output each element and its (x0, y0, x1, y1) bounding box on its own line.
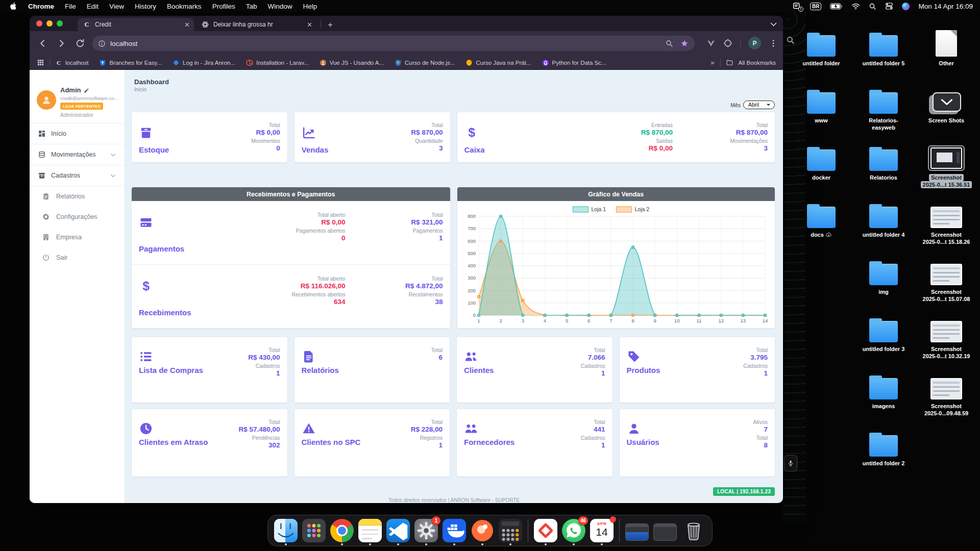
find-in-page-icon[interactable] (665, 39, 673, 47)
menubar-menu-help[interactable]: Help (303, 3, 317, 10)
minimize-window-button[interactable] (46, 20, 53, 27)
desktop-icon-other[interactable]: Other (913, 26, 979, 67)
bookmark-item[interactable]: Vue JS - Usando A... (320, 59, 384, 66)
desktop-icon-screenshot-2025-0-t-15-07-08[interactable]: Screenshot2025-0...t 15.07.08 (913, 255, 979, 303)
dock-item-launchpad[interactable] (302, 519, 326, 542)
desktop-icon-docs[interactable]: docs (788, 197, 854, 238)
bookmark-item[interactable]: Installation - Larav... (246, 59, 309, 66)
minimized-window-thumbnail[interactable] (625, 523, 649, 541)
dock-item-docker[interactable] (443, 519, 466, 542)
address-bar[interactable]: localhost (92, 36, 695, 51)
desktop-icon-relatorios[interactable]: Relatorios (850, 140, 917, 181)
bookmark-item[interactable]: Python for Data Sc... (542, 59, 606, 66)
apple-logo-icon[interactable] (10, 2, 17, 10)
card-usua-rios[interactable]: UsuáriosAtivos7Total8 (620, 409, 775, 477)
desktop-icon-untitled-folder-2[interactable]: untitled folder 2 (850, 426, 917, 467)
legend-swatch[interactable] (616, 207, 631, 212)
menubar-menu-edit[interactable]: Edit (87, 3, 99, 10)
wifi-icon[interactable] (851, 3, 860, 10)
desktop-icon-untitled-folder[interactable]: untitled folder (788, 26, 854, 67)
menubar-menu-tab[interactable]: Tab (246, 3, 257, 10)
minimized-window-thumbnail[interactable] (653, 523, 677, 541)
desktop-icon-untitled-folder-4[interactable]: untitled folder 4 (850, 197, 917, 238)
card-clientes-no-spc[interactable]: Clientes no SPCTotalR$ 228,00Registros1 (295, 409, 450, 477)
card-caixa[interactable]: $CaixaEntradasR$ 870,00SaídasR$ 0,00Tota… (457, 112, 775, 162)
card-fornecedores[interactable]: FornecedoresTotal441Cadastros1 (457, 409, 612, 477)
desktop-icon-img[interactable]: img (850, 255, 917, 295)
menubar-menu-bookmarks[interactable]: Bookmarks (167, 3, 202, 10)
vue-devtools-extension-icon[interactable] (706, 39, 716, 48)
tab-close-icon[interactable]: ✕ (302, 21, 312, 29)
bookmark-item[interactable]: Curso Java na Prát... (465, 59, 531, 66)
all-bookmarks-folder-icon[interactable] (726, 59, 733, 66)
legend-label[interactable]: Loja 2 (634, 206, 649, 212)
month-select[interactable]: Abril (743, 101, 775, 109)
profile-avatar[interactable]: P (748, 37, 761, 49)
card-relato-rios[interactable]: RelatóriosTotal6 (295, 337, 450, 403)
menubar-app-name[interactable]: Chrome (28, 3, 54, 10)
tab-search-chevron-icon[interactable] (769, 20, 778, 29)
sidebar-item-configurac-o-es[interactable]: Configurações (30, 207, 125, 227)
menubar-menu-file[interactable]: File (65, 3, 76, 10)
menubar-menu-profiles[interactable]: Profiles (212, 3, 235, 10)
all-bookmarks-label[interactable]: All Bookmarks (739, 60, 776, 66)
bookmarks-overflow-chevron[interactable]: » (710, 59, 715, 66)
forward-button[interactable] (56, 38, 66, 48)
tab-deixar-linha[interactable]: Deixar linha grossa hr ✕ (196, 18, 316, 31)
legend-label[interactable]: Loja 1 (591, 206, 606, 212)
dock-item-settings[interactable]: 1 (414, 519, 438, 542)
dictation-mic-popover[interactable] (784, 455, 797, 471)
spotlight-icon[interactable] (869, 3, 876, 10)
card-lista-de-compras[interactable]: Lista de ComprasTotalR$ 430,00Cadastros1 (132, 337, 287, 403)
sidebar-item-cadastros[interactable]: Cadastros (30, 165, 125, 186)
card-estoque[interactable]: EstoqueTotalR$ 0,00Movimentos0 (132, 112, 287, 162)
reload-button[interactable] (75, 38, 85, 48)
sidebar-item-ini-cio[interactable]: Início (30, 123, 125, 144)
bookmark-item[interactable]: Clocalhost (55, 59, 88, 66)
close-window-button[interactable] (36, 20, 42, 27)
menubar-menu-history[interactable]: History (135, 3, 156, 10)
siri-icon[interactable] (902, 3, 910, 10)
desktop-icon-screenshot-2025-0-t-15-36-51[interactable]: Screenshot2025-0...t 15.36.51 (913, 140, 979, 188)
desktop-icon-untitled-folder-5[interactable]: untitled folder 5 (850, 26, 917, 67)
desktop-icon-screenshot-2025-0-t-15-18-26[interactable]: Screenshot2025-0...t 15.18.26 (913, 197, 979, 245)
card-produtos[interactable]: ProdutosTotal3.795Cadastros1 (620, 337, 775, 403)
browser-menu-icon[interactable] (769, 39, 778, 48)
card-clientes-em-atraso[interactable]: Clientes em AtrasoTotalR$ 57.480,00Pendê… (132, 409, 287, 477)
card-vendas[interactable]: VendasTotalR$ 870,00Quantidade3 (295, 112, 450, 162)
dock-item-vscode[interactable] (386, 519, 410, 542)
control-center-icon[interactable] (885, 2, 893, 10)
battery-icon[interactable] (830, 3, 843, 10)
tab-close-icon[interactable]: ✕ (179, 21, 190, 29)
site-info-icon[interactable] (98, 40, 106, 47)
back-button[interactable] (38, 38, 48, 48)
zoom-window-button[interactable] (57, 20, 63, 27)
tab-credit[interactable]: C Credit ✕ (78, 18, 194, 31)
sidebar-item-relato-rios[interactable]: Relatórios (30, 186, 125, 207)
bookmark-item[interactable]: Log in - Jira Anron... (173, 59, 235, 66)
edit-pencil-icon[interactable] (84, 87, 89, 93)
extensions-puzzle-icon[interactable] (723, 39, 732, 48)
dock-item-calculator[interactable] (499, 519, 522, 542)
legend-swatch[interactable] (573, 207, 588, 212)
bookmark-item[interactable]: Branches for Easy... (99, 59, 162, 66)
menubar-clock[interactable]: Mon 14 Apr 16:09 (918, 3, 973, 10)
user-avatar[interactable] (37, 90, 56, 110)
dock-item-red-app[interactable] (534, 519, 557, 542)
apps-grid-icon[interactable] (37, 59, 44, 66)
dock-item-chrome[interactable] (330, 519, 354, 542)
dock-item-calendar[interactable]: APR14 (590, 519, 614, 542)
bookmark-star-icon[interactable] (680, 39, 689, 47)
keyboard-layout-indicator[interactable]: BR (810, 3, 821, 10)
desktop-icon-imagens[interactable]: imagens (850, 369, 917, 410)
desktop-icon-screen-shots[interactable]: Screen Shots (913, 83, 979, 124)
desktop-icon-relatorios-easyweb[interactable]: Relatorios-easyweb (850, 83, 917, 131)
menubar-menu-window[interactable]: Window (267, 3, 292, 10)
dock-item-window-thumb-blue[interactable] (625, 520, 649, 541)
dock-item-finder[interactable] (274, 519, 298, 542)
menubar-menu-view[interactable]: View (109, 3, 124, 10)
dock-item-orange-app[interactable] (471, 519, 494, 542)
desktop-icon-untitled-folder-3[interactable]: untitled folder 3 (850, 312, 917, 353)
bookmark-item[interactable]: Curso de Node.js... (395, 59, 455, 66)
dock-item-window-thumb-dark[interactable] (653, 520, 677, 541)
